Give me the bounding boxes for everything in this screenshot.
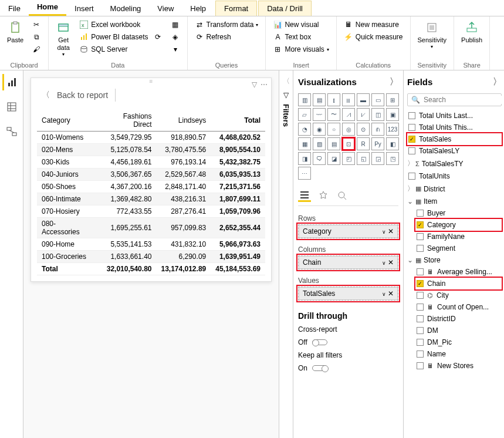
columns-well[interactable]: Chain∨ ✕ — [298, 255, 398, 269]
table-row[interactable]: 020-Mens5,125,078.543,780,475.568,905,55… — [37, 144, 265, 156]
excel-button[interactable]: xExcel workbook — [77, 19, 164, 31]
paste-button[interactable]: Paste — [5, 19, 26, 45]
field-totalsales[interactable]: TotalSales — [407, 133, 502, 145]
chevron-down-icon[interactable]: ∨ — [382, 229, 386, 235]
filters-pane-collapsed[interactable]: 〈 ▽ Filters — [279, 70, 293, 438]
viz-type-13[interactable]: ▣ — [386, 108, 399, 121]
field-dm[interactable]: DM — [415, 325, 502, 336]
values-well[interactable]: TotalSales∨ ✕ — [298, 287, 398, 301]
viz-type-4[interactable]: ▬ — [357, 93, 370, 106]
quickmeasure-button[interactable]: ⚡Quick measure — [341, 31, 405, 43]
collapse-fields-button[interactable]: 〉 — [493, 76, 502, 87]
checkbox[interactable] — [417, 327, 424, 334]
field-familynane[interactable]: FamilyNane — [415, 231, 502, 242]
checkbox[interactable] — [417, 292, 424, 299]
table-store[interactable]: ⌄▦Store — [407, 254, 502, 266]
checkbox[interactable] — [408, 112, 415, 119]
field-city[interactable]: ⌬City — [415, 289, 502, 301]
checkbox[interactable] — [417, 245, 424, 252]
viz-type-24[interactable]: ⊡ — [342, 137, 355, 150]
viz-type-35[interactable]: ⋯ — [298, 167, 311, 180]
getdata-button[interactable]: Get data▾ — [53, 19, 73, 59]
viz-type-34[interactable]: ◳ — [386, 152, 399, 165]
back-button[interactable]: 〈 — [42, 90, 50, 100]
more-icon[interactable]: ⋯ — [261, 80, 268, 89]
checkbox[interactable] — [417, 351, 424, 358]
dataverse-button[interactable]: ◈ — [168, 31, 182, 43]
viz-type-12[interactable]: ◫ — [371, 108, 384, 121]
search-input[interactable] — [424, 96, 504, 104]
viz-type-17[interactable]: ◎ — [342, 123, 355, 136]
fields-tab[interactable] — [298, 189, 311, 202]
viz-type-5[interactable]: ▭ — [371, 93, 384, 106]
checkbox[interactable] — [417, 304, 424, 311]
viz-type-14[interactable]: ◔ — [298, 123, 311, 136]
table-row[interactable]: 070-Hosiery772,433.55287,276.411,059,709… — [37, 205, 265, 218]
viz-type-9[interactable]: 〜 — [327, 108, 340, 121]
checkbox[interactable] — [408, 173, 415, 180]
viz-type-28[interactable]: ◨ — [298, 152, 311, 165]
field-buyer[interactable]: Buyer — [415, 207, 502, 219]
analytics-tab[interactable] — [336, 189, 349, 202]
fields-search[interactable]: 🔍 — [407, 93, 502, 106]
tab-help[interactable]: Help — [182, 1, 214, 16]
format-tab[interactable] — [317, 189, 330, 202]
values-field-totalsales[interactable]: TotalSales∨ ✕ — [299, 287, 398, 300]
viz-type-22[interactable]: ▧ — [313, 137, 326, 150]
checkbox[interactable] — [417, 268, 424, 275]
table-row[interactable]: 030-Kids4,456,189.61976,193.145,432,382.… — [37, 156, 265, 169]
viz-type-16[interactable]: ○ — [327, 123, 340, 136]
col-fd[interactable]: Fashions Direct — [98, 110, 156, 132]
viz-type-8[interactable]: 〰 — [313, 108, 326, 121]
viz-type-1[interactable]: ▤ — [313, 93, 326, 106]
viz-type-31[interactable]: ◰ — [342, 152, 355, 165]
viz-type-11[interactable]: ⩗ — [357, 108, 370, 121]
viz-type-27[interactable]: ◧ — [386, 137, 399, 150]
table-row[interactable]: 060-Intimate1,369,482.80438,216.311,807,… — [37, 193, 265, 205]
checkbox[interactable] — [417, 210, 424, 217]
matrix-visual[interactable]: Category Fashions Direct Lindseys Total … — [37, 110, 265, 275]
copy-button[interactable]: ⧉ — [29, 31, 43, 43]
remove-field-button[interactable]: ✕ — [388, 227, 394, 235]
field-average-selling-[interactable]: 🖩Average Selling... — [415, 266, 502, 278]
model-view-button[interactable] — [4, 123, 20, 140]
viz-type-33[interactable]: ◲ — [371, 152, 384, 165]
checkbox[interactable] — [417, 233, 424, 240]
field-districtid[interactable]: DistrictID — [415, 313, 502, 325]
field-total-units-this-[interactable]: Total Units This... — [407, 122, 502, 133]
viz-type-26[interactable]: Py — [371, 137, 384, 150]
checkbox[interactable] — [417, 280, 424, 287]
table-row[interactable]: 100-Groceries1,633,661.406,290.091,639,9… — [37, 251, 265, 263]
table-row[interactable]: 050-Shoes4,367,200.162,848,171.407,215,3… — [37, 181, 265, 193]
data-view-button[interactable] — [4, 99, 20, 115]
field-chain[interactable]: Chain — [415, 278, 502, 289]
table-district[interactable]: 〉▦District — [407, 182, 502, 196]
refresh-button[interactable]: ⟳Refresh — [192, 31, 261, 43]
viz-type-18[interactable]: ⊙ — [357, 123, 370, 136]
field-category[interactable]: Category — [415, 219, 502, 231]
field-group-totalsalesty[interactable]: 〉ΣTotalSalesTY — [407, 157, 502, 170]
enterdata-button[interactable]: ▦ — [168, 19, 182, 31]
keep-filters-toggle[interactable] — [312, 365, 327, 371]
viz-type-10[interactable]: ⩘ — [342, 108, 355, 121]
sensitivity-button[interactable]: Sensitivity▾ — [415, 19, 449, 51]
report-view-button[interactable] — [2, 74, 19, 90]
viz-type-2[interactable]: ⫿ — [327, 93, 340, 106]
table-row[interactable]: 080-Accessories1,695,255.61957,099.832,6… — [37, 218, 265, 238]
cross-report-toggle[interactable] — [312, 339, 327, 345]
rows-field-category[interactable]: Category∨ ✕ — [299, 225, 398, 238]
field-count-of-open-[interactable]: 🖩Count of Open... — [415, 301, 502, 313]
remove-field-button[interactable]: ✕ — [388, 258, 394, 267]
checkbox[interactable] — [417, 339, 424, 346]
table-item[interactable]: ⌄▦Item — [407, 196, 502, 207]
back-label[interactable]: Back to report — [57, 90, 108, 100]
viz-type-30[interactable]: ◪ — [327, 152, 340, 165]
columns-field-chain[interactable]: Chain∨ ✕ — [299, 256, 398, 269]
checkbox[interactable] — [408, 147, 415, 154]
publish-button[interactable]: Publish — [459, 19, 485, 45]
checkbox[interactable] — [417, 221, 424, 228]
checkbox[interactable] — [408, 136, 415, 143]
rows-well[interactable]: Category∨ ✕ — [298, 224, 398, 238]
viz-type-20[interactable]: 123 — [386, 123, 399, 136]
field-total-units-last-[interactable]: Total Units Last... — [407, 110, 502, 122]
